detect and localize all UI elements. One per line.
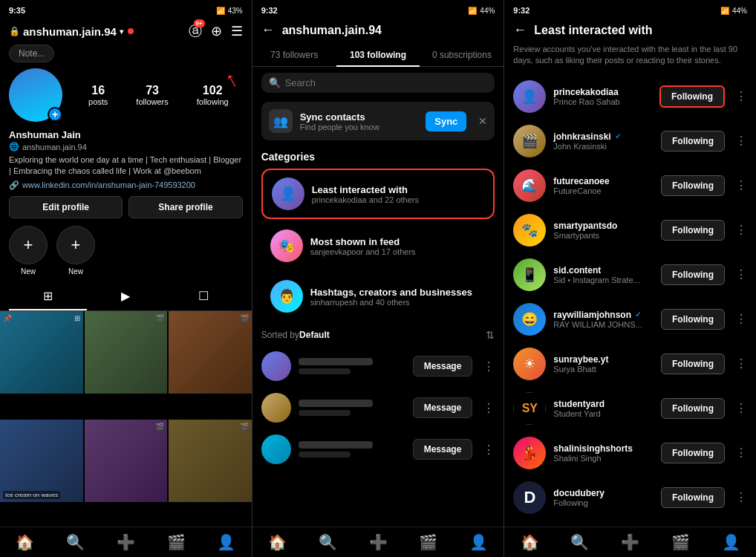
s3-handle-7[interactable]: sunraybee.yt	[553, 354, 654, 365]
message-button-3[interactable]: Message	[413, 439, 473, 460]
more-icon-4[interactable]: ⋮	[735, 223, 747, 237]
s3-handle-8[interactable]: studentyard	[553, 399, 654, 409]
nav-add-3[interactable]: ➕	[621, 533, 639, 551]
posts-stat[interactable]: 16 posts	[88, 84, 108, 106]
s3-handle-9[interactable]: shalinisinghshorts	[553, 443, 654, 454]
nav-home-2[interactable]: 🏠	[268, 533, 287, 551]
more-icon-2[interactable]: ⋮	[735, 134, 747, 148]
nav-profile-3[interactable]: 👤	[722, 533, 740, 551]
follow-button-8[interactable]: Following	[661, 398, 725, 419]
profile-link[interactable]: 🔗 www.linkedin.com/in/anshuman-jain-7495…	[0, 180, 252, 196]
grid-item-1[interactable]: 📌 ⊞	[0, 311, 83, 394]
s3-handle-4[interactable]: smartypantsdo	[553, 221, 654, 231]
follow-button-6[interactable]: Following	[661, 309, 725, 330]
nav-search-2[interactable]: 🔍	[319, 533, 337, 551]
threads-button[interactable]: ⓐ 9+	[189, 22, 202, 40]
more-icon-10[interactable]: ⋮	[735, 490, 747, 504]
s3-avatar-7[interactable]: ☀	[513, 348, 546, 380]
more-icon-1[interactable]: ⋮	[735, 89, 747, 103]
sync-close-button[interactable]: ✕	[478, 115, 487, 127]
search-bar[interactable]: 🔍	[261, 73, 495, 93]
add-post-button[interactable]: ⊕	[211, 23, 222, 39]
more-button-3[interactable]: ⋮	[483, 443, 495, 457]
nav-reels-1[interactable]: 🎬	[167, 533, 186, 551]
avatar-wrap[interactable]: +	[9, 68, 62, 122]
s3-handle-5[interactable]: sid.content	[553, 265, 654, 276]
nav-home-3[interactable]: 🏠	[521, 533, 539, 551]
nav-reels-3[interactable]: 🎬	[671, 533, 690, 551]
highlight-circle-2[interactable]: +	[56, 226, 95, 264]
more-icon-6[interactable]: ⋮	[735, 312, 747, 326]
add-story-button[interactable]: +	[48, 107, 62, 122]
s3-handle-3[interactable]: futurecanoee	[553, 176, 654, 186]
follow-button-10[interactable]: Following	[661, 487, 725, 508]
follow-button-2[interactable]: Following	[661, 131, 725, 152]
follow-button-1[interactable]: Following	[659, 85, 725, 108]
message-button-1[interactable]: Message	[413, 356, 473, 377]
follow-button-7[interactable]: Following	[661, 354, 725, 374]
tab-following[interactable]: 103 following	[336, 44, 420, 66]
s3-avatar-1[interactable]: 👤	[513, 80, 546, 113]
more-icon-3[interactable]: ⋮	[735, 178, 747, 192]
s3-avatar-3[interactable]: 🌊	[513, 169, 546, 202]
highlight-new-2[interactable]: + New	[56, 226, 95, 276]
nav-search-1[interactable]: 🔍	[66, 533, 85, 551]
tab-grid[interactable]: ⊞	[9, 283, 87, 310]
nav-reels-2[interactable]: 🎬	[419, 533, 437, 551]
more-icon-5[interactable]: ⋮	[735, 267, 747, 281]
nav-add-2[interactable]: ➕	[369, 533, 388, 551]
profile-username[interactable]: anshuman.jain.94	[23, 25, 117, 38]
follow-button-3[interactable]: Following	[661, 175, 725, 196]
following-stat[interactable]: 102 following	[197, 84, 229, 106]
follow-button-4[interactable]: Following	[661, 220, 725, 241]
s3-avatar-5[interactable]: 📱	[513, 258, 546, 291]
back-button-2[interactable]: ←	[261, 22, 275, 38]
sync-button[interactable]: Sync	[426, 111, 466, 131]
s3-handle-1[interactable]: princekakodiaa	[553, 87, 652, 97]
link-text[interactable]: www.linkedin.com/in/anshuman-jain-749593…	[22, 180, 195, 189]
tab-reels[interactable]: ▶	[87, 283, 165, 310]
message-button-2[interactable]: Message	[413, 397, 473, 418]
s3-handle-2[interactable]: johnkrasinski ✓	[553, 131, 654, 142]
sort-icon[interactable]: ⇅	[486, 329, 495, 341]
category-least-interacted[interactable]: 👤 Least interacted with princekakodiaa a…	[261, 169, 495, 219]
edit-profile-button[interactable]: Edit profile	[9, 196, 123, 218]
more-button-2[interactable]: ⋮	[483, 401, 495, 415]
more-button-1[interactable]: ⋮	[483, 359, 495, 374]
followers-stat[interactable]: 73 followers	[136, 84, 168, 106]
handle-text[interactable]: anshuman.jain.94	[22, 143, 87, 152]
tab-subscriptions[interactable]: 0 subscriptions	[420, 44, 504, 66]
nav-profile-2[interactable]: 👤	[469, 533, 488, 551]
s3-avatar-2[interactable]: 🎬	[513, 125, 546, 157]
grid-item-6[interactable]: 🎬	[169, 420, 252, 503]
s3-avatar-4[interactable]: 🐾	[513, 214, 546, 247]
s3-avatar-8[interactable]: SY	[513, 392, 546, 425]
grid-item-3[interactable]: 🎬	[169, 311, 252, 394]
follow-button-9[interactable]: Following	[661, 443, 725, 463]
s3-avatar-10[interactable]: D	[513, 481, 546, 514]
highlight-new-1[interactable]: + New	[9, 226, 48, 276]
grid-item-4[interactable]: Ice cream on waves	[0, 420, 83, 503]
chevron-icon[interactable]: ▾	[120, 27, 123, 36]
more-icon-9[interactable]: ⋮	[735, 446, 747, 460]
tab-tagged[interactable]: ☐	[165, 283, 243, 310]
s3-avatar-6[interactable]: 😄	[513, 303, 546, 336]
menu-button[interactable]: ☰	[231, 23, 243, 39]
more-icon-8[interactable]: ⋮	[735, 401, 747, 415]
nav-home-1[interactable]: 🏠	[16, 533, 34, 551]
grid-item-2[interactable]: 🎬	[85, 311, 168, 394]
search-input[interactable]	[285, 77, 488, 88]
sorted-by-value[interactable]: Default	[299, 330, 330, 340]
category-most-shown[interactable]: 🎭 Most shown in feed sanjeevkapoor and 1…	[261, 222, 495, 270]
grid-item-5[interactable]: 🎬	[85, 420, 168, 503]
s3-handle-10[interactable]: docudubery	[553, 488, 654, 498]
nav-profile-1[interactable]: 👤	[217, 533, 235, 551]
back-button-3[interactable]: ←	[513, 22, 527, 38]
nav-search-3[interactable]: 🔍	[570, 533, 589, 551]
note-button[interactable]: Note...	[9, 45, 54, 62]
s3-handle-6[interactable]: raywilliamjohnson ✓	[553, 310, 654, 320]
highlight-add-circle[interactable]: +	[9, 226, 48, 264]
s3-avatar-9[interactable]: 💃	[513, 437, 546, 469]
nav-add-1[interactable]: ➕	[117, 533, 135, 551]
tab-followers[interactable]: 73 followers	[252, 44, 336, 66]
